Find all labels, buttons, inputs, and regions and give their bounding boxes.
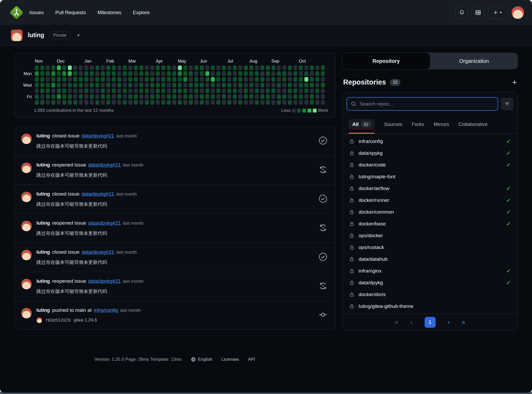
feed-item-avatar[interactable] (21, 221, 32, 231)
feed-actor[interactable]: luting (36, 162, 50, 168)
feed-item-avatar[interactable] (21, 192, 32, 202)
feed-item-avatar[interactable] (21, 134, 32, 144)
feed-actor[interactable]: luting (36, 133, 50, 139)
repo-row[interactable]: docker/airflow✓ (342, 182, 518, 194)
repo-row[interactable]: data/spykg✓ (342, 147, 518, 159)
feed-target-link[interactable]: data/dpykg#21 (88, 278, 121, 284)
feed-item-avatar[interactable] (21, 250, 32, 260)
feed-item-avatar[interactable] (21, 308, 32, 318)
heatmap-cell (238, 65, 242, 70)
commit-sha-link[interactable]: f69d552029 (45, 318, 70, 323)
add-repository-button[interactable]: + (512, 79, 517, 86)
pagination-last-button[interactable]: » (462, 319, 465, 326)
pagination-first-button[interactable]: « (395, 319, 398, 326)
repo-name-link[interactable]: luting/gitea-github-theme (359, 303, 413, 309)
feed-target-link[interactable]: data/dpykg#21 (81, 133, 114, 139)
feed-actor[interactable]: luting (36, 191, 50, 197)
issue-closed-icon (318, 136, 328, 146)
feed-target-link[interactable]: infra/config (94, 307, 118, 313)
repo-success-check-icon: ✓ (506, 150, 511, 156)
profile-dropdown-caret-icon[interactable]: ▼ (76, 33, 80, 37)
repo-name-link[interactable]: ops/docker (359, 233, 383, 238)
repo-row[interactable]: infra/config✓ (342, 135, 518, 147)
feed-item-title: lutingclosed issuedata/dpykg#21last mont… (36, 133, 328, 139)
repo-row[interactable]: docker/code✓ (342, 159, 518, 171)
lock-icon (349, 233, 354, 238)
repo-name-link[interactable]: docker/base (359, 221, 386, 227)
repo-filter-button[interactable] (501, 98, 513, 110)
licenses-link[interactable]: Licenses (221, 357, 239, 362)
repo-row[interactable]: docker/runner✓ (342, 194, 518, 206)
heatmap-cell (194, 65, 198, 70)
heatmap-cell (68, 83, 72, 87)
feed-item-avatar[interactable] (21, 163, 32, 173)
repo-row[interactable]: infra/nginx✓ (342, 265, 518, 277)
navbar-link-explore[interactable]: Explore (133, 10, 150, 15)
repo-row[interactable]: luting/gitea-github-theme (342, 300, 518, 312)
heatmap-cell (244, 77, 248, 82)
repo-name-link[interactable]: infra/config (359, 138, 383, 144)
navbar-link-issues[interactable]: Issues (29, 10, 44, 15)
heatmap-cell (282, 100, 286, 105)
notifications-button[interactable] (456, 6, 468, 19)
heatmap-cell (260, 77, 264, 82)
feed-actor[interactable]: luting (36, 278, 50, 284)
repo-row[interactable]: docker/common✓ (342, 206, 518, 218)
filter-tab-mirrors[interactable]: Mirrors (434, 119, 449, 131)
heatmap-cell (51, 83, 55, 87)
repo-name-link[interactable]: data/dpykg (359, 280, 383, 286)
repo-row[interactable]: ops/rustack (342, 241, 518, 253)
heatmap-week-column (277, 65, 281, 105)
repo-name-link[interactable]: docker/runner (359, 197, 389, 203)
repo-row[interactable]: data/datahub (342, 253, 518, 265)
repo-name-link[interactable]: docker/airflow (359, 186, 389, 191)
language-selector[interactable]: English (191, 357, 213, 362)
heatmap-cell (112, 100, 116, 105)
repo-name-link[interactable]: infra/nginx (359, 268, 382, 274)
repo-name-link[interactable]: docker/code (359, 162, 386, 168)
heatmap-week-column (40, 65, 44, 105)
tab-repository[interactable]: Repository (342, 53, 430, 69)
heatmap-cell (134, 94, 138, 99)
admin-panel-button[interactable] (472, 6, 484, 19)
repo-row[interactable]: docker/doris (342, 288, 518, 300)
feed-actor[interactable]: luting (36, 307, 50, 313)
heatmap-cell (260, 94, 264, 99)
feed-actor[interactable]: luting (36, 249, 50, 255)
feed-target-link[interactable]: data/dpykg#21 (88, 162, 121, 168)
repo-row[interactable]: luting/maple-font (342, 171, 518, 182)
navbar-link-milestones[interactable]: Milestones (97, 10, 121, 15)
heatmap-cell (282, 94, 286, 99)
pagination-prev-button[interactable]: ‹ (410, 319, 413, 326)
navbar-link-pull-requests[interactable]: Pull Requests (55, 10, 86, 15)
repo-row[interactable]: docker/base✓ (342, 218, 518, 230)
user-avatar[interactable] (512, 6, 524, 19)
tab-organization[interactable]: Organization (430, 53, 518, 69)
lock-icon (349, 151, 354, 156)
repo-name-link[interactable]: data/spykg (359, 150, 383, 156)
heatmap-cell (205, 100, 209, 105)
filter-tab-forks[interactable]: Forks (412, 119, 424, 131)
filter-tab-collaborative[interactable]: Collaborative (458, 119, 487, 131)
feed-target-link[interactable]: data/dpykg#21 (88, 220, 121, 226)
repo-name-link[interactable]: docker/common (359, 209, 394, 215)
feed-target-link[interactable]: data/dpykg#21 (81, 249, 114, 255)
repo-search-input[interactable] (360, 101, 494, 107)
repo-name-link[interactable]: data/datahub (359, 256, 388, 262)
profile-avatar[interactable] (11, 30, 23, 41)
api-link[interactable]: API (248, 357, 255, 362)
create-new-button[interactable]: + ▼ (488, 6, 508, 19)
repo-row[interactable]: data/dpykg✓ (342, 277, 518, 288)
pagination-next-button[interactable]: › (448, 319, 450, 326)
filter-tab-all[interactable]: All31 (349, 116, 375, 134)
feed-item-avatar[interactable] (21, 279, 32, 289)
pagination-current-page[interactable]: 1 (425, 317, 436, 328)
gitea-logo-icon[interactable] (10, 7, 23, 19)
feed-actor[interactable]: luting (36, 220, 50, 226)
filter-tab-sources[interactable]: Sources (384, 119, 402, 131)
repo-name-link[interactable]: ops/rustack (359, 245, 384, 250)
repo-row[interactable]: ops/docker (342, 230, 518, 241)
repo-name-link[interactable]: luting/maple-font (359, 174, 395, 180)
repo-name-link[interactable]: docker/doris (359, 292, 386, 297)
feed-target-link[interactable]: data/dpykg#21 (81, 191, 114, 197)
